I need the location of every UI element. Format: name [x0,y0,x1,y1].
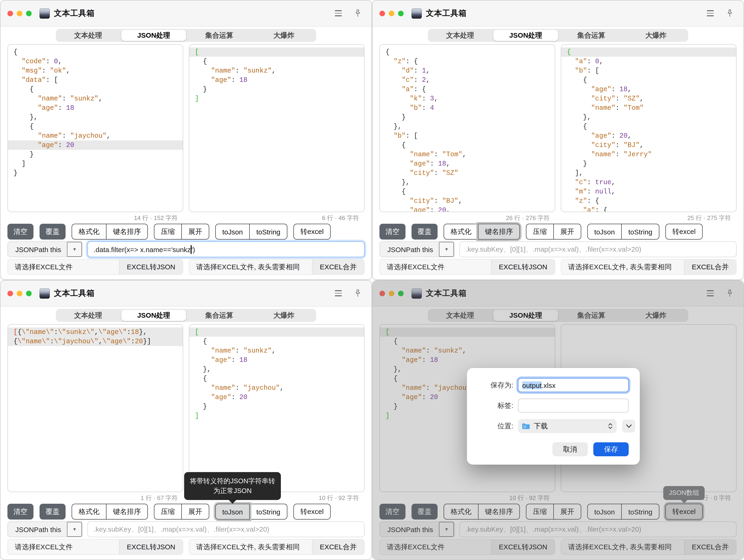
zoom-button[interactable] [26,291,32,296]
excel-file-picker[interactable]: 请选择EXCEL文件 [8,539,119,554]
minimize-button[interactable] [389,10,394,16]
code-line: "age": 18 [189,75,364,85]
menu-icon[interactable] [707,10,714,16]
window-bottom-left: 文本工具箱 文本处理 JSON处理 集合运算 大爆炸 [{\"name\":\"… [0,280,372,560]
sort-keys-button[interactable]: 键名排序 [106,224,148,239]
close-button[interactable] [379,10,385,16]
overwrite-button[interactable]: 覆盖 [40,504,66,520]
tojson-button[interactable]: toJson [215,224,250,239]
tab-big-bang[interactable]: 大爆炸 [252,29,316,42]
close-button[interactable] [7,10,13,16]
tab-big-bang[interactable]: 大爆炸 [624,29,688,42]
minimize-button[interactable] [17,291,22,296]
excel-to-json-button[interactable]: EXCEL转JSON [119,539,183,554]
tab-json-processing[interactable]: JSON处理 [493,30,558,41]
code-line: { [8,47,183,57]
excel-merge-button[interactable]: EXCEL合并 [312,260,364,274]
tab-text-processing[interactable]: 文本处理 [56,309,120,322]
clear-button[interactable]: 清空 [379,224,406,239]
jsonpath-mode-select[interactable]: JSONPath this ▼ [379,241,455,257]
menu-icon[interactable] [335,10,342,16]
tostring-button[interactable]: toString [249,504,287,520]
expand-button[interactable]: 展开 [553,224,581,239]
code-line: { [561,47,736,57]
compress-button[interactable]: 压缩 [526,224,554,239]
pin-icon[interactable] [354,9,362,18]
to-excel-button[interactable]: 转excel [665,224,703,239]
tostring-button[interactable]: toString [621,224,659,239]
tab-set-operations[interactable]: 集合运算 [187,29,252,42]
close-button[interactable] [7,291,13,296]
excel-file-picker[interactable]: 请选择EXCEL文件 [8,260,119,274]
excel-merge-picker[interactable]: 请选择EXCEL文件, 表头需要相同 [561,260,684,274]
code-line: { [380,187,555,196]
tojson-button[interactable]: toJson [587,224,622,239]
excel-merge-button[interactable]: EXCEL合并 [312,539,364,554]
format-button[interactable]: 格式化 [72,224,107,239]
minimize-button[interactable] [17,10,22,16]
json-result-editor[interactable]: [ { "name": "sunkz", "age": 18 }, { "nam… [189,324,365,492]
pin-icon[interactable] [726,9,734,18]
format-button[interactable]: 格式化 [72,504,107,520]
tab-big-bang[interactable]: 大爆炸 [252,309,316,322]
save-button[interactable]: 保存 [593,442,629,456]
code-line: "data": [ [8,75,183,85]
menu-icon[interactable] [335,290,342,296]
jsonpath-input[interactable]: .key.subKey、[0][1]、.map(x=>x.val)、.filer… [460,241,737,257]
code-line: "age": 18 [8,103,183,113]
tab-set-operations[interactable]: 集合运算 [559,29,624,42]
excel-file-picker[interactable]: 请选择EXCEL文件 [380,260,491,274]
excel-merge-button[interactable]: EXCEL合并 [684,260,736,274]
filename-input[interactable]: output.xlsx [518,378,629,392]
code-line: "city": "BJ", [380,196,555,206]
compress-button[interactable]: 压缩 [154,504,182,520]
jsonpath-mode-select[interactable]: JSONPath this ▼ [7,521,83,537]
excel-merge-picker[interactable]: 请选择EXCEL文件, 表头需要相同 [189,539,312,554]
window-title: 文本工具箱 [54,8,95,18]
json-result-editor[interactable]: { "a": 0, "b": [ { "age": 18, "city": "S… [561,44,737,212]
json-input-editor[interactable]: { "z": { "d": 1, "c": 2, "a": { "k": 3, … [379,44,555,212]
location-label: 位置: [478,422,513,431]
expand-button[interactable]: 展开 [181,504,209,520]
traffic-lights [7,10,32,16]
tojson-button[interactable]: toJson将带转义符的JSON字符串转为正常JSON [215,504,250,520]
code-line: "b": [ [561,66,736,75]
to-excel-button[interactable]: 转excel [293,224,331,239]
code-line: "age": 20 [189,393,364,402]
to-excel-button[interactable]: 转excel [293,504,331,520]
zoom-button[interactable] [398,10,404,16]
jsonpath-mode-select[interactable]: JSONPath this ▼ [7,241,83,257]
excel-to-json-button[interactable]: EXCEL转JSON [491,260,555,274]
tab-text-processing[interactable]: 文本处理 [56,29,120,42]
json-input-editor[interactable]: [{\"name\":\"sunkz\",\"age\":18},{\"name… [7,324,183,492]
sort-keys-button[interactable]: 键名排序 [106,504,148,520]
overwrite-button[interactable]: 覆盖 [412,224,438,239]
code-line: ] [8,159,183,169]
tostring-button[interactable]: toString [249,224,287,239]
pin-icon[interactable] [354,289,362,298]
titlebar: 文本工具箱 [0,281,372,306]
tab-set-operations[interactable]: 集合运算 [187,309,252,322]
clear-button[interactable]: 清空 [7,504,34,520]
overwrite-button[interactable]: 覆盖 [40,224,66,239]
expand-dialog-button[interactable] [622,419,635,433]
format-button[interactable]: 格式化 [444,224,479,239]
expand-button[interactable]: 展开 [181,224,209,239]
compress-button[interactable]: 压缩 [154,224,182,239]
clear-button[interactable]: 清空 [7,224,34,239]
excel-to-json-button[interactable]: EXCEL转JSON [119,260,183,274]
tab-json-processing[interactable]: JSON处理 [121,310,186,321]
tags-input[interactable] [518,399,629,413]
zoom-button[interactable] [26,10,32,16]
location-select[interactable]: 下载 [518,419,617,433]
tab-text-processing[interactable]: 文本处理 [428,29,492,42]
json-result-editor[interactable]: [ { "name": "sunkz", "age": 18 }] [189,44,365,212]
jsonpath-input[interactable]: .data.filter(x=> x.name=='sunkz') [88,241,365,257]
json-input-editor[interactable]: { "code": 0, "msg": "ok", "data": [ { "n… [7,44,183,212]
excel-merge-picker[interactable]: 请选择EXCEL文件, 表头需要相同 [189,260,312,274]
screenshot-root: 文本工具箱 文本处理 JSON处理 集合运算 大爆炸 { "code": 0, … [0,0,744,560]
jsonpath-input[interactable]: .key.subKey、[0][1]、.map(x=>x.val)、.filer… [88,521,365,537]
cancel-button[interactable]: 取消 [552,442,588,456]
sort-keys-button[interactable]: 键名排序 [478,224,520,239]
tab-json-processing[interactable]: JSON处理 [121,30,186,41]
